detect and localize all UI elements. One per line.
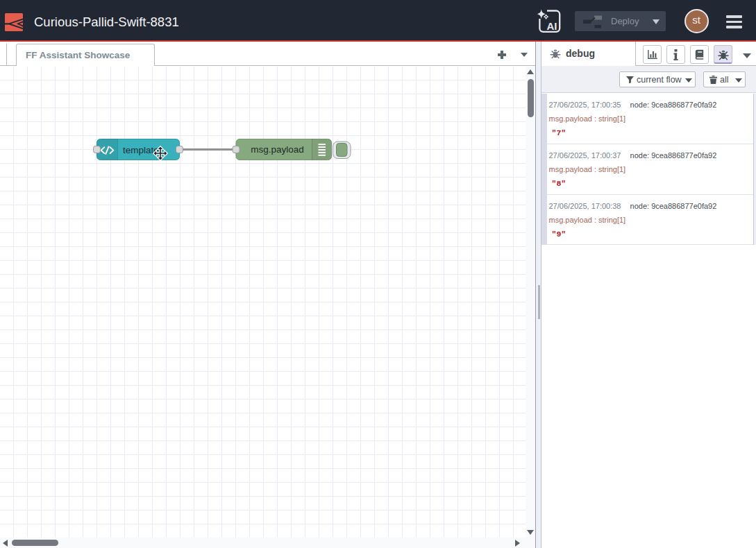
svg-text:AI: AI [547,20,557,32]
svg-text:msg.payload: msg.payload [251,144,304,155]
